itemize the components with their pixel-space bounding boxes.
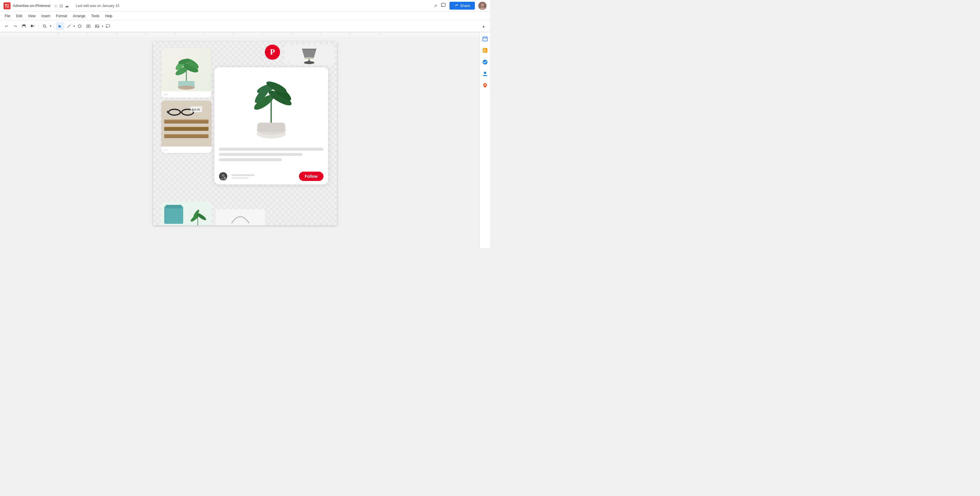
main-pinterest-card[interactable]: Follow <box>215 67 328 184</box>
bottom-left-card <box>161 202 212 225</box>
svg-text:$24.99: $24.99 <box>192 108 200 111</box>
pin-card-1-dots[interactable]: ··· <box>161 91 212 98</box>
comment-tool[interactable] <box>104 22 112 30</box>
zoom-button[interactable] <box>41 22 49 30</box>
menu-tools[interactable]: Tools <box>89 13 102 19</box>
sticky-note-panel-icon[interactable] <box>482 47 488 54</box>
textbox-tool[interactable] <box>84 22 92 30</box>
toolbar-separator-1 <box>38 23 39 29</box>
comment-icon[interactable] <box>441 3 446 9</box>
svg-rect-12 <box>31 25 33 27</box>
username-line <box>231 174 255 176</box>
shape-tool[interactable] <box>76 22 84 30</box>
bottom-arc <box>229 210 252 225</box>
image-tool[interactable] <box>93 22 101 30</box>
document-title: Advertise-on-Pinterest <box>13 3 51 8</box>
svg-rect-2 <box>5 6 7 8</box>
share-button[interactable]: Share <box>449 2 475 10</box>
svg-point-13 <box>43 25 46 27</box>
svg-line-15 <box>67 25 70 28</box>
tasks-panel-icon[interactable] <box>482 59 488 66</box>
svg-point-45 <box>178 86 194 90</box>
image-dropdown[interactable]: ▾ <box>102 24 103 28</box>
card-footer: Follow <box>215 168 328 184</box>
right-panel <box>479 32 490 248</box>
svg-rect-83 <box>223 178 224 178</box>
svg-rect-96 <box>483 48 487 53</box>
paint-format-button[interactable] <box>29 22 37 30</box>
follow-button[interactable]: Follow <box>299 172 323 181</box>
zoom-dropdown[interactable]: ▾ <box>49 24 52 28</box>
menu-insert[interactable]: Insert <box>39 13 52 19</box>
pin-card-2-dots[interactable]: ··· <box>161 147 212 153</box>
plant-illustration <box>166 53 207 91</box>
svg-point-77 <box>222 174 224 177</box>
svg-rect-21 <box>95 25 99 28</box>
title-bar: Advertise-on-Pinterest ☆ ⊡ ☁ Last edit w… <box>0 0 490 12</box>
menu-file[interactable]: File <box>2 13 13 19</box>
svg-point-102 <box>484 84 485 86</box>
undo-button[interactable]: ↩ <box>2 22 11 30</box>
svg-rect-24 <box>0 32 479 37</box>
hero-plant-illustration <box>242 70 301 140</box>
bottom-left-illustration <box>161 202 212 225</box>
collapse-button[interactable]: ▲ <box>479 22 488 30</box>
star-icon[interactable]: ☆ <box>54 3 58 8</box>
menu-bar: File Edit View Insert Format Arrange Too… <box>0 12 490 21</box>
last-edit-label: Last edit was on January 15 <box>76 4 119 8</box>
person-panel-icon[interactable] <box>482 70 488 77</box>
canvas-wrapper[interactable]: ··· <box>0 32 490 248</box>
svg-line-14 <box>45 27 46 28</box>
folder-icon[interactable]: ⊡ <box>59 3 63 8</box>
card-user-avatar <box>219 172 227 181</box>
svg-rect-10 <box>23 27 25 28</box>
lamp-illustration <box>298 46 321 64</box>
toolbar-group-image: ▾ <box>93 22 103 30</box>
pinterest-logo: P <box>265 44 280 60</box>
menu-format[interactable]: Format <box>54 13 69 19</box>
bottom-center-section <box>216 209 265 225</box>
lamp-image-area: ··· <box>285 44 334 66</box>
svg-rect-87 <box>165 205 182 208</box>
svg-rect-53 <box>164 119 208 120</box>
svg-rect-84 <box>226 178 227 178</box>
user-avatar[interactable] <box>478 2 487 10</box>
cursor-tool[interactable] <box>56 22 64 30</box>
top-header: Advertise-on-Pinterest ☆ ⊡ ☁ Last edit w… <box>0 0 490 32</box>
plant-pin-card[interactable]: ··· <box>161 48 212 98</box>
plant-hero-image <box>215 67 328 143</box>
menu-edit[interactable]: Edit <box>14 13 24 19</box>
svg-rect-57 <box>164 134 208 135</box>
line-dropdown[interactable]: ▾ <box>73 24 75 28</box>
title-bar-right: ↗ Share <box>434 2 487 10</box>
text-line-1 <box>219 148 323 151</box>
menu-view[interactable]: View <box>25 13 38 19</box>
svg-rect-92 <box>483 37 487 41</box>
print-button[interactable] <box>20 22 28 30</box>
svg-rect-1 <box>7 4 9 6</box>
title-action-icons: ☆ ⊡ ☁ <box>54 3 69 8</box>
hardware-pin-image: $24.99 <box>161 101 212 147</box>
trending-icon[interactable]: ↗ <box>434 3 437 8</box>
svg-rect-67 <box>257 123 285 132</box>
line-tool[interactable] <box>65 22 73 30</box>
plant-pin-image <box>161 48 212 91</box>
svg-point-80 <box>224 177 226 179</box>
svg-rect-55 <box>164 127 208 128</box>
redo-button[interactable]: ↪ <box>11 22 19 30</box>
svg-point-61 <box>304 61 314 64</box>
slide-canvas[interactable]: ··· <box>153 42 337 225</box>
hardware-illustration: $24.99 <box>161 101 212 147</box>
card-username-lines <box>231 174 296 179</box>
menu-arrange[interactable]: Arrange <box>71 13 88 19</box>
svg-text:P: P <box>270 47 275 56</box>
username-subline <box>231 177 249 179</box>
cloud-icon[interactable]: ☁ <box>65 3 69 8</box>
hardware-pin-card[interactable]: $24.99 ··· <box>161 101 212 153</box>
calendar-panel-icon[interactable] <box>482 35 488 42</box>
menu-help[interactable]: Help <box>103 13 115 19</box>
toolbar-right-spacer: ▲ <box>479 22 488 30</box>
svg-rect-11 <box>24 26 25 27</box>
location-panel-icon[interactable] <box>482 82 488 89</box>
svg-rect-3 <box>7 6 9 8</box>
